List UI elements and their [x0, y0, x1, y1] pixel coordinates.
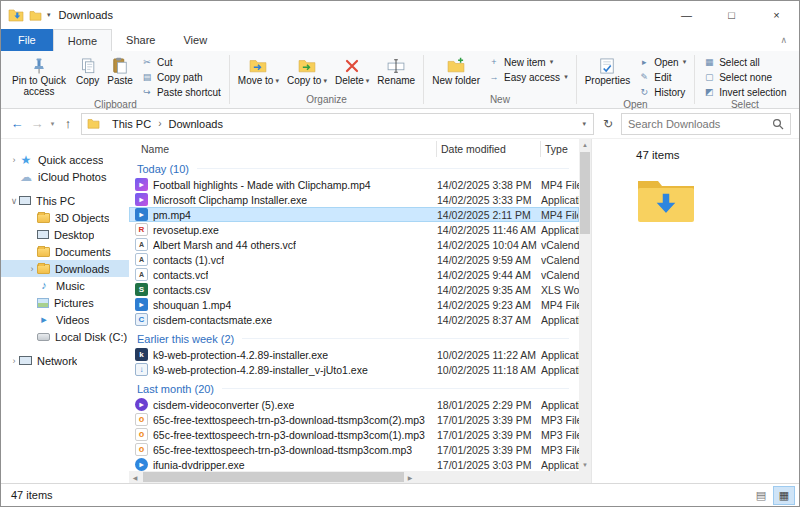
sidebar-item-3d-objects[interactable]: 3D Objects: [1, 209, 129, 226]
horizontal-scrollbar-thumb[interactable]: [143, 472, 404, 482]
search-input[interactable]: [628, 118, 772, 130]
file-row[interactable]: ↓k9-web-protection-4.2.89-installer_v-jU…: [129, 362, 579, 377]
invert-selection-icon: ◩: [703, 87, 715, 97]
pin-to-quick-access-button[interactable]: Pin to Quick access: [6, 53, 72, 98]
sidebar-item-desktop[interactable]: Desktop: [1, 226, 129, 243]
easy-access-button[interactable]: → Easy access ▾: [484, 70, 572, 84]
new-item-button[interactable]: + New item ▾: [484, 55, 572, 69]
file-row[interactable]: AAlbert Marsh and 44 others.vcf14/02/202…: [129, 237, 579, 252]
column-header-date-modified[interactable]: Date modified: [437, 141, 541, 157]
search-icon[interactable]: [772, 118, 784, 130]
file-row[interactable]: o65c-free-texttospeech-trn-p3-download-t…: [129, 427, 579, 442]
scroll-down-icon[interactable]: ▼: [579, 459, 591, 471]
invert-selection-button[interactable]: ◩ Invert selection: [699, 85, 790, 99]
quick-toolbar-folder-icon[interactable]: [29, 10, 42, 21]
paste-button[interactable]: Paste: [103, 53, 137, 88]
file-explorer-window: ▾ Downloads — □ × File Home Share View ∧…: [0, 0, 800, 507]
file-row[interactable]: Rrevosetup.exe14/02/2025 11:46 AMApplica…: [129, 222, 579, 237]
delete-button[interactable]: Delete▾: [331, 53, 373, 88]
paste-shortcut-button[interactable]: ↪ Paste shortcut: [137, 85, 225, 99]
close-button[interactable]: ×: [754, 1, 799, 29]
file-row[interactable]: Scontacts.csv14/02/2025 9:35 AMXLS Works…: [129, 282, 579, 297]
file-date-modified: 17/01/2025 3:39 PM: [437, 414, 541, 426]
sidebar-item-icloud-photos[interactable]: ☁iCloud Photos: [1, 168, 129, 185]
properties-button[interactable]: Properties: [581, 53, 635, 88]
group-header[interactable]: Last month (20): [129, 380, 579, 397]
scroll-right-icon[interactable]: ▶: [404, 474, 416, 481]
file-row[interactable]: o65c-free-texttospeech-trn-p3-download-t…: [129, 412, 579, 427]
group-header[interactable]: Today (10): [129, 160, 579, 177]
breadcrumb-downloads[interactable]: Downloads: [164, 118, 226, 130]
file-row[interactable]: ▸Microsoft Clipchamp Installer.exe14/02/…: [129, 192, 579, 207]
maximize-button[interactable]: □: [709, 1, 754, 29]
vertical-scrollbar[interactable]: ▲ ▼: [579, 139, 591, 471]
file-row[interactable]: Ccisdem-contactsmate.exe14/02/2025 8:37 …: [129, 312, 579, 327]
up-button[interactable]: ↑: [58, 116, 78, 131]
column-header-name[interactable]: Name: [141, 141, 437, 157]
sidebar-item-local-disk-c[interactable]: Local Disk (C:): [1, 328, 129, 345]
move-to-button[interactable]: Move to▾: [234, 53, 283, 88]
new-folder-button[interactable]: New folder: [428, 53, 484, 88]
file-row[interactable]: kk9-web-protection-4.2.89-installer.exe1…: [129, 347, 579, 362]
sidebar-item-documents[interactable]: Documents: [1, 243, 129, 260]
file-date-modified: 18/01/2025 2:29 PM: [437, 399, 541, 411]
sidebar-item-videos[interactable]: ▸Videos: [1, 311, 129, 328]
file-row[interactable]: Acontacts (1).vcf14/02/2025 9:59 AMvCale…: [129, 252, 579, 267]
refresh-button[interactable]: ↻: [598, 117, 618, 131]
open-button[interactable]: ▸ Open ▾: [634, 55, 690, 69]
select-none-button[interactable]: ▢ Select none: [699, 70, 790, 84]
file-row[interactable]: ▸Football highlights - Made with Clipcha…: [129, 177, 579, 192]
file-row[interactable]: ▸cisdem-videoconverter (5).exe18/01/2025…: [129, 397, 579, 412]
file-name: cisdem-contactsmate.exe: [153, 314, 272, 326]
group-label: Last month (20): [137, 383, 214, 395]
thumbnails-view-button[interactable]: ▦: [773, 486, 795, 505]
expand-chevron-icon[interactable]: ›: [9, 356, 19, 366]
vertical-scrollbar-thumb[interactable]: [580, 152, 590, 234]
tab-share[interactable]: Share: [112, 29, 169, 51]
tab-file[interactable]: File: [1, 29, 53, 51]
sidebar-item-pictures[interactable]: Pictures: [1, 294, 129, 311]
edit-button[interactable]: ✎ Edit: [634, 70, 690, 84]
minimize-button[interactable]: —: [664, 1, 709, 29]
group-header[interactable]: Earlier this week (2): [129, 330, 579, 347]
minimize-ribbon-button[interactable]: ∧: [780, 35, 787, 45]
file-name-cell: Ccisdem-contactsmate.exe: [135, 313, 437, 326]
cut-button[interactable]: ✂ Cut: [137, 55, 225, 69]
file-row[interactable]: Acontacts.vcf14/02/2025 9:44 AMvCalendar…: [129, 267, 579, 282]
history-button[interactable]: ↻ History: [634, 85, 690, 99]
sidebar-item-this-pc[interactable]: ∨This PC: [1, 192, 129, 209]
file-name-cell: ▸pm.mp4: [135, 208, 437, 221]
quick-toolbar-customize-chevron-icon[interactable]: ▾: [47, 11, 51, 19]
file-row[interactable]: ▸pm.mp414/02/2025 2:11 PMMP4 File: [129, 207, 579, 222]
scroll-left-icon[interactable]: ◀: [129, 474, 141, 481]
edit-icon: ✎: [638, 72, 650, 82]
file-row[interactable]: ▸shouquan 1.mp414/02/2025 9:23 AMMP4 Fil…: [129, 297, 579, 312]
recent-locations-chevron-icon[interactable]: ▾: [47, 120, 58, 128]
copy-button[interactable]: Copy: [72, 53, 103, 88]
scroll-up-icon[interactable]: ▲: [579, 139, 591, 151]
details-view-button[interactable]: ▤: [750, 486, 772, 505]
copy-path-button[interactable]: ▤ Copy path: [137, 70, 225, 84]
file-type: MP3 File: [541, 444, 579, 456]
tab-home[interactable]: Home: [53, 29, 112, 51]
expand-chevron-icon[interactable]: ›: [27, 264, 37, 274]
select-all-button[interactable]: ▦ Select all: [699, 55, 790, 69]
file-row[interactable]: ▸ifunia-dvdripper.exe17/01/2025 3:03 PMA…: [129, 457, 579, 471]
horizontal-scrollbar[interactable]: ◀ ▶: [129, 471, 579, 483]
tab-view[interactable]: View: [169, 29, 221, 51]
copy-to-button[interactable]: Copy to▾: [283, 53, 331, 88]
sidebar-item-music[interactable]: ♪Music: [1, 277, 129, 294]
expand-chevron-icon[interactable]: ∨: [9, 196, 19, 206]
back-button[interactable]: ←: [7, 116, 27, 131]
sidebar-item-downloads[interactable]: ›Downloads: [1, 260, 129, 277]
file-row[interactable]: o65c-free-texttospeech-trn-p3-download-t…: [129, 442, 579, 457]
sidebar-item-quick-access[interactable]: ›★Quick access: [1, 151, 129, 168]
column-header-type[interactable]: Type: [541, 141, 579, 157]
breadcrumb[interactable]: This PC › Downloads ▾: [81, 113, 594, 135]
breadcrumb-this-pc[interactable]: This PC: [108, 118, 155, 130]
forward-button[interactable]: →: [27, 116, 47, 131]
rename-button[interactable]: Rename: [373, 53, 419, 88]
address-dropdown-chevron-icon[interactable]: ▾: [582, 120, 588, 128]
expand-chevron-icon[interactable]: ›: [9, 155, 19, 165]
sidebar-item-network[interactable]: ›Network: [1, 352, 129, 369]
